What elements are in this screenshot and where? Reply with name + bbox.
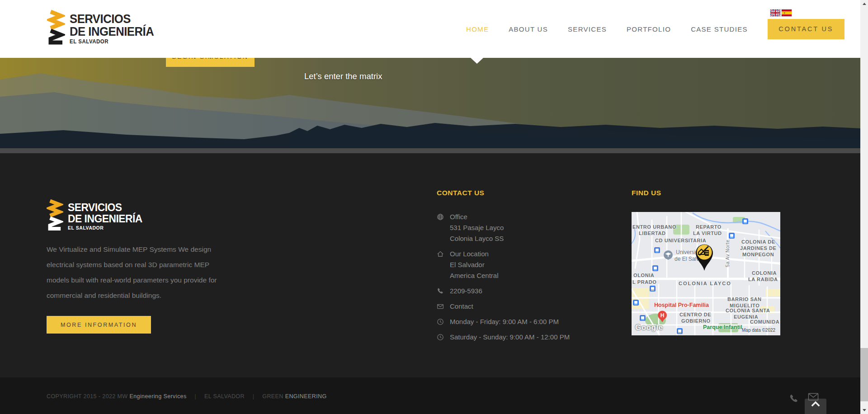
building-pin-icon[interactable] [694, 240, 715, 273]
contact-line: Colonia Layco SS [450, 233, 504, 244]
logo-line3: EL SALVADOR [68, 224, 142, 231]
contact-line: Monday - Friday: 9:00 AM - 6:00 PM [450, 316, 559, 327]
site-header: SERVICIOS DE INGENIERÍA EL SALVADOR HOME… [0, 0, 860, 58]
hero-mountains-image [0, 58, 860, 148]
map-label: JARDINES DE [740, 245, 777, 251]
contact-line: Our Location [450, 249, 499, 259]
map-attribution[interactable]: Map data ©2022 [742, 328, 775, 333]
map-label: COLONIA LAYCO [679, 281, 731, 286]
page: SERVICIOS DE INGENIERÍA EL SALVADOR HOME… [0, 0, 868, 414]
logo-text: SERVICIOS DE INGENIERÍA EL SALVADOR [70, 13, 154, 45]
contact-line[interactable]: Contact [450, 301, 473, 312]
contact-item-lines: Contact [450, 301, 473, 312]
nav-item-services[interactable]: SERVICES [568, 25, 607, 33]
scrollbar-up-arrow[interactable] [860, 0, 868, 8]
page-content: SERVICIOS DE INGENIERÍA EL SALVADOR HOME… [0, 0, 860, 414]
contact-us-heading: CONTACT US [437, 189, 484, 197]
university-poi-icon [663, 250, 673, 263]
map-label: LIBERTAD [639, 231, 666, 236]
copyright-divider: | [194, 393, 196, 400]
logo-line2: DE INGENIERÍA [68, 213, 142, 224]
map-label: COMUNIDA [750, 319, 779, 325]
copyright-company: Engineering Services [129, 393, 186, 400]
footer-about-text: We Virtualize and Simulate MEP Systems W… [47, 242, 228, 303]
contact-item-lines: Monday - Friday: 9:00 AM - 6:00 PM [450, 316, 559, 327]
contact-item-lines: 2209-5936 [450, 286, 482, 296]
hospital-poi-icon: H [657, 310, 667, 325]
home-icon [437, 250, 444, 281]
contact-item-office: Office 531 Pasaje Layco Colonia Layco SS [437, 212, 570, 244]
transit-station-icon [640, 315, 646, 321]
map-label: ENTRO URBANO [632, 224, 676, 230]
more-information-button[interactable]: MORE INFORMATION [47, 316, 151, 334]
google-map-embed[interactable]: ENTRO URBANO LIBERTAD REPARTO LA VIRTUD … [632, 212, 780, 335]
contact-item-weekday-hours: Monday - Friday: 9:00 AM - 6:00 PM [437, 316, 570, 327]
map-label: LA VIRTUD [693, 231, 722, 236]
svg-text:H: H [660, 312, 665, 319]
contact-line: El Salvador [450, 259, 499, 270]
uk-flag-icon[interactable] [770, 9, 780, 16]
map-label: CENTRO DE [679, 312, 711, 317]
scrollbar-thumb[interactable] [860, 348, 868, 401]
main-nav: HOME ABOUT US SERVICES PORTFOLIO CASE ST… [466, 0, 844, 58]
logo-line1: SERVICIOS [70, 13, 154, 25]
active-nav-pointer [471, 58, 483, 64]
logo-line1: SERVICIOS [68, 202, 142, 213]
clock-icon [437, 334, 444, 343]
copyright-text: COPYRIGHT 2015 - 2022 MW Engineering Ser… [47, 393, 327, 400]
mw-logo-mark-icon [47, 9, 65, 49]
copyright-green: GREEN [262, 393, 283, 400]
map-label: COLONIA DE [741, 239, 775, 245]
contact-item-email: Contact [437, 301, 570, 312]
site-logo[interactable]: SERVICIOS DE INGENIERÍA EL SALVADOR [47, 9, 158, 49]
contact-item-location: Our Location El Salvador America Central [437, 249, 570, 281]
copyright-location: EL SALVADOR [204, 393, 245, 400]
contact-item-lines: Office 531 Pasaje Layco Colonia Layco SS [450, 212, 504, 244]
hero-bottom-strip [0, 148, 860, 153]
transit-station-icon [652, 265, 658, 271]
contact-us-button[interactable]: CONTACT US [768, 19, 844, 39]
logo-text: SERVICIOS DE INGENIERÍA EL SALVADOR [68, 202, 142, 231]
logo-line2: DE INGENIERÍA [70, 25, 154, 38]
nav-item-portfolio[interactable]: PORTFOLIO [627, 25, 671, 33]
spain-flag-icon[interactable] [782, 9, 792, 16]
site-footer: SERVICIOS DE INGENIERÍA EL SALVADOR We V… [0, 153, 860, 377]
contact-line: 531 Pasaje Layco [450, 222, 504, 233]
map-label: REPARTO [696, 224, 722, 230]
map-label: L PRADO [632, 279, 657, 285]
footer-logo[interactable]: SERVICIOS DE INGENIERÍA EL SALVADOR [47, 198, 146, 235]
contact-item-phone: 2209-5936 [437, 286, 570, 296]
google-logo[interactable]: Google [635, 323, 663, 332]
envelope-icon [437, 303, 444, 312]
globe-icon [437, 213, 444, 244]
phone-icon [437, 287, 444, 296]
contact-line: 2209-5936 [450, 286, 482, 296]
map-label-park: Parque Infantil [703, 324, 742, 330]
contact-item-lines: Our Location El Salvador America Central [450, 249, 499, 281]
transit-station-icon [742, 218, 748, 224]
hero-caption: Let’s enter the matrix [304, 71, 382, 81]
nav-item-home[interactable]: HOME [466, 25, 489, 33]
contact-item-weekend-hours: Saturday - Sunday: 9:00 AM - 12:00 PM [437, 332, 570, 343]
map-label: COLONIA [752, 270, 777, 276]
clock-icon [437, 318, 444, 327]
map-label: LA RABIDA [748, 277, 778, 282]
footer-map-column: FIND US [632, 153, 781, 377]
scrollbar-down-arrow[interactable] [860, 406, 868, 414]
map-label-hospital: Hospital Pro-Familia [654, 302, 709, 308]
footer-contact-column: CONTACT US Office 531 Pasaje Layco Colon… [437, 153, 572, 377]
page-scrollbar[interactable] [860, 0, 868, 414]
mw-logo-mark-icon [47, 198, 63, 235]
nav-item-case-studies[interactable]: CASE STUDIES [691, 25, 748, 33]
transit-station-icon [729, 233, 735, 239]
phone-icon[interactable] [789, 394, 799, 405]
envelope-icon[interactable] [808, 393, 819, 403]
map-label: MONPEGON [742, 252, 774, 257]
hero-section: BEGIN SIMULATION Let’s enter the matrix [0, 58, 860, 153]
map-label-street: 5a Av Norte [725, 240, 730, 267]
copyright-prefix: COPYRIGHT 2015 - 2022 MW [47, 393, 128, 400]
nav-item-about-us[interactable]: ABOUT US [509, 25, 548, 33]
footer-about-column: SERVICIOS DE INGENIERÍA EL SALVADOR We V… [47, 153, 228, 377]
transit-station-icon [677, 328, 683, 334]
map-label: BARRIO SAN [727, 296, 762, 302]
